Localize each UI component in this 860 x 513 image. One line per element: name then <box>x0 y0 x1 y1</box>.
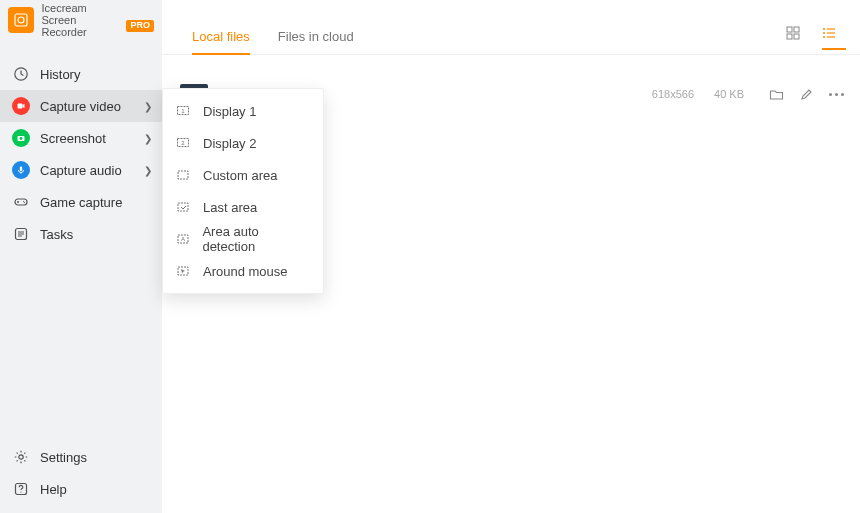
svg-rect-20 <box>787 34 792 39</box>
dropdown-item-around-mouse[interactable]: Around mouse <box>163 255 323 287</box>
nav: History Capture video ❯ Screenshot ❯ Cap… <box>0 58 162 441</box>
svg-point-13 <box>24 202 25 203</box>
brand: Icecream Screen Recorder PRO <box>0 0 162 40</box>
list-view-button[interactable] <box>818 22 840 44</box>
svg-point-26 <box>823 36 825 38</box>
auto-detection-icon: A <box>175 231 190 247</box>
sidebar-item-settings[interactable]: Settings <box>0 441 162 473</box>
help-icon <box>12 480 30 498</box>
svg-rect-7 <box>18 104 23 109</box>
svg-point-5 <box>18 17 24 23</box>
pro-badge: PRO <box>126 20 154 32</box>
svg-point-12 <box>23 201 24 202</box>
chevron-right-icon: ❯ <box>144 133 152 144</box>
sidebar-item-label: Help <box>40 482 67 497</box>
dropdown-item-display-2[interactable]: 2 Display 2 <box>163 127 323 159</box>
list-view-underline <box>822 48 846 50</box>
display-1-icon: 1 <box>175 103 191 119</box>
svg-text:2: 2 <box>181 140 185 146</box>
sidebar-item-help[interactable]: Help <box>0 473 162 505</box>
edit-button[interactable] <box>798 86 814 102</box>
file-dimensions: 618x566 <box>652 88 694 100</box>
svg-text:1: 1 <box>181 108 185 114</box>
tab-local-files[interactable]: Local files <box>192 29 250 54</box>
microphone-icon <box>12 161 30 179</box>
chevron-right-icon: ❯ <box>144 101 152 112</box>
display-2-icon: 2 <box>175 135 191 151</box>
svg-text:A: A <box>181 236 185 242</box>
dropdown-item-auto-detection[interactable]: A Area auto detection <box>163 223 323 255</box>
sidebar-item-screenshot[interactable]: Screenshot ❯ <box>0 122 162 154</box>
svg-point-15 <box>19 455 23 459</box>
sidebar-item-capture-video[interactable]: Capture video ❯ <box>0 90 162 122</box>
custom-area-icon <box>175 167 191 183</box>
dropdown-item-custom-area[interactable]: Custom area <box>163 159 323 191</box>
svg-point-22 <box>823 28 825 30</box>
sidebar-item-label: Screenshot <box>40 131 106 146</box>
svg-point-17 <box>20 491 21 492</box>
sidebar-item-label: Settings <box>40 450 87 465</box>
svg-rect-10 <box>20 167 22 172</box>
dropdown-item-label: Display 1 <box>203 104 256 119</box>
brand-line2: Screen Recorder <box>42 14 123 38</box>
svg-rect-27 <box>827 36 835 37</box>
svg-rect-21 <box>794 34 799 39</box>
svg-rect-25 <box>827 32 835 33</box>
app-logo-icon <box>8 7 34 33</box>
last-area-icon <box>175 199 191 215</box>
sidebar-item-label: Capture video <box>40 99 121 114</box>
gamepad-icon <box>12 193 30 211</box>
video-icon <box>12 97 30 115</box>
dropdown-item-label: Display 2 <box>203 136 256 151</box>
dropdown-item-label: Custom area <box>203 168 277 183</box>
sidebar-item-history[interactable]: History <box>0 58 162 90</box>
history-icon <box>12 65 30 83</box>
brand-line1: Icecream <box>42 2 155 14</box>
tasks-icon <box>12 225 30 243</box>
sidebar-item-capture-audio[interactable]: Capture audio ❯ <box>0 154 162 186</box>
tab-files-in-cloud[interactable]: Files in cloud <box>278 29 354 54</box>
sidebar: Icecream Screen Recorder PRO History Cap… <box>0 0 162 513</box>
svg-rect-33 <box>178 203 188 211</box>
gear-icon <box>12 448 30 466</box>
sidebar-item-label: Capture audio <box>40 163 122 178</box>
svg-point-24 <box>823 32 825 34</box>
chevron-right-icon: ❯ <box>144 165 152 176</box>
sidebar-item-tasks[interactable]: Tasks <box>0 218 162 250</box>
dropdown-item-label: Area auto detection <box>202 224 311 254</box>
dropdown-item-display-1[interactable]: 1 Display 1 <box>163 95 323 127</box>
more-button[interactable] <box>828 86 844 102</box>
dropdown-item-last-area[interactable]: Last area <box>163 191 323 223</box>
svg-rect-32 <box>178 171 188 179</box>
svg-rect-19 <box>794 27 799 32</box>
file-size: 40 KB <box>714 88 744 100</box>
svg-rect-4 <box>15 14 27 26</box>
capture-video-dropdown: 1 Display 1 2 Display 2 Custom area Last… <box>162 88 324 294</box>
around-mouse-icon <box>175 263 191 279</box>
svg-rect-18 <box>787 27 792 32</box>
dropdown-item-label: Around mouse <box>203 264 288 279</box>
svg-point-9 <box>20 137 23 140</box>
sidebar-item-label: History <box>40 67 80 82</box>
grid-view-button[interactable] <box>782 22 804 44</box>
svg-rect-11 <box>15 199 27 205</box>
sidebar-item-label: Tasks <box>40 227 73 242</box>
sidebar-item-label: Game capture <box>40 195 122 210</box>
dropdown-item-label: Last area <box>203 200 257 215</box>
camera-icon <box>12 129 30 147</box>
sidebar-item-game-capture[interactable]: Game capture <box>0 186 162 218</box>
tabs: Local files Files in cloud <box>162 0 860 55</box>
svg-rect-23 <box>827 28 835 29</box>
open-folder-button[interactable] <box>768 86 784 102</box>
